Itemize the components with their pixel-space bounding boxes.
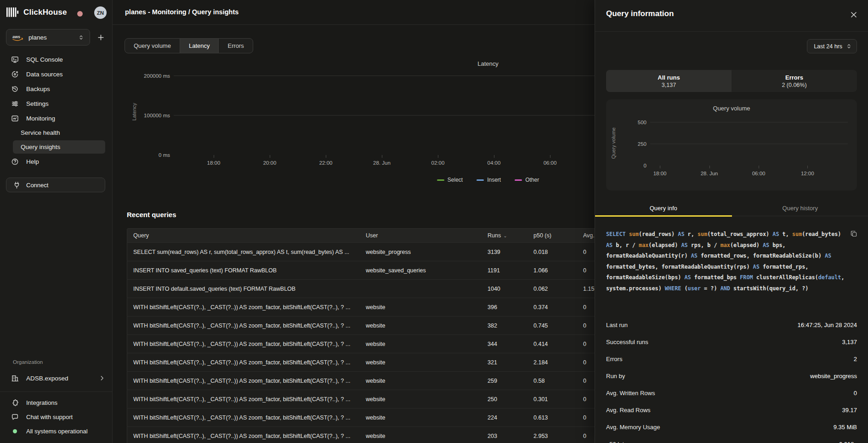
sql-line: AS b, r / max(elapsed) AS rps, b / max(e… (606, 240, 857, 251)
sidebar-item-service-health[interactable]: Service health (0, 126, 113, 140)
y-axis-label: 250 (638, 141, 647, 147)
detail-row: p50 latency0.018s (606, 436, 857, 443)
sidebar-item-data-sources[interactable]: Data sources (0, 67, 113, 81)
avatar[interactable]: ZN (94, 6, 107, 19)
status-dot-icon (11, 429, 19, 433)
connect-button[interactable]: Connect (6, 178, 105, 192)
detail-value: 39.17 (842, 407, 857, 414)
detail-value: 9.35 MiB (834, 424, 857, 431)
time-range-select[interactable]: Last 24 hrs (807, 39, 857, 53)
user-cell: website (366, 322, 488, 329)
p50-cell: 0.301 (533, 396, 583, 403)
detail-label: Successful runs (606, 339, 648, 345)
stat-tabs: All runs 3,137 Errors 2 (0.06%) (606, 70, 857, 92)
runs-cell: 250 (488, 396, 533, 403)
legend-item-select[interactable]: Select (437, 177, 463, 183)
system-status[interactable]: All systems operational (0, 424, 113, 438)
detail-value: 2 (854, 356, 857, 362)
y-axis-label: 200000 ms (144, 73, 170, 79)
all-runs-count: 3,137 (662, 82, 676, 88)
sidebar-item-backups[interactable]: Backups (0, 81, 113, 96)
service-selector[interactable]: aws planes (6, 29, 90, 46)
y-axis-label: 500 (638, 120, 647, 125)
legend-label: Insert (487, 177, 501, 183)
tab-latency[interactable]: Latency (180, 39, 219, 53)
p50-cell: 0.745 (533, 322, 583, 329)
query-cell: WITH bitShiftLeft(CAST(?..), _CAST(?..))… (127, 359, 366, 366)
runs-cell: 321 (488, 359, 533, 366)
chevron-updown-icon (78, 35, 84, 40)
footer-item-label: Integrations (26, 399, 57, 406)
query-cell: SELECT sum(read_rows) AS r, sum(total_ro… (127, 249, 366, 255)
tab-errors[interactable]: Errors (218, 39, 252, 53)
sidebar-item-monitoring[interactable]: Monitoring (0, 111, 113, 126)
close-icon[interactable] (850, 11, 858, 19)
page-title: planes - Monitoring / Query insights (125, 8, 238, 16)
y-axis-label: 0 (644, 163, 647, 168)
user-cell: website (366, 304, 488, 311)
sidebar-item-sql-console[interactable]: SQL Console (0, 52, 113, 67)
tab-query-history[interactable]: Query history (732, 201, 868, 216)
backups-icon (11, 85, 19, 93)
detail-row: Avg. Written Rows0 (606, 385, 857, 402)
monitoring-icon (11, 115, 19, 122)
x-axis-label: 28. Jun (373, 160, 391, 166)
tab-query-volume[interactable]: Query volume (125, 39, 180, 53)
chevron-right-icon (99, 375, 105, 381)
sidebar-item-chat-support[interactable]: Chat with support (0, 410, 113, 424)
query-cell: WITH bitShiftLeft(CAST(?..), _CAST(?..))… (127, 341, 366, 347)
status-label: All systems operational (26, 428, 88, 435)
legend-item-insert[interactable]: Insert (477, 177, 501, 183)
plus-icon (97, 34, 105, 41)
x-axis-label: 22:00 (319, 160, 333, 166)
panel-title: Query information (606, 9, 674, 18)
column-header-p50[interactable]: p50 (s) (533, 232, 583, 239)
footer-item-label: Chat with support (26, 414, 73, 420)
sidebar-item-label: Query insights (21, 144, 60, 150)
detail-row: Errors2 (606, 351, 857, 368)
brand[interactable]: ClickHouse (6, 6, 67, 18)
detail-label: Run by (606, 373, 625, 380)
detail-value: 3,137 (842, 339, 857, 345)
p50-cell: 0.58 (533, 378, 583, 384)
sidebar-item-label: Service health (21, 129, 60, 136)
clickhouse-logo-icon (6, 6, 19, 18)
legend-swatch-icon (477, 179, 484, 181)
tab-query-info[interactable]: Query info (595, 201, 732, 216)
column-header-query[interactable]: Query (127, 232, 366, 239)
organization-switcher[interactable]: ADSB.exposed (0, 370, 113, 386)
time-range-value: Last 24 hrs (814, 43, 842, 50)
user-cell: website (366, 341, 488, 347)
sidebar-item-integrations[interactable]: Integrations (0, 396, 113, 410)
runs-cell: 396 (488, 304, 533, 311)
user-cell: website (366, 359, 488, 366)
runs-cell: 382 (488, 322, 533, 329)
sidebar-item-settings[interactable]: Settings (0, 96, 113, 111)
user-cell: website (366, 378, 488, 384)
runs-cell: 259 (488, 378, 533, 384)
detail-value: 0.018s (839, 441, 857, 443)
user-cell: website_saved_queries (366, 267, 488, 274)
add-service-button[interactable] (95, 31, 107, 43)
sql-line: formatReadableQuantity(r) AS formatted_r… (606, 251, 857, 262)
x-axis-label: 12:00 (801, 171, 814, 176)
p50-cell: 0.374 (533, 304, 583, 311)
p50-cell: 0.613 (533, 414, 583, 421)
service-name: planes (28, 34, 74, 41)
p50-cell: 0.018 (533, 249, 583, 255)
legend-item-other[interactable]: Other (515, 177, 539, 183)
sidebar-item-help[interactable]: Help (0, 154, 113, 169)
svg-text:aws: aws (12, 35, 20, 39)
x-axis-label: 02:00 (431, 160, 445, 166)
detail-label: Avg. Read Rows (606, 407, 651, 414)
tab-errors-stat[interactable]: Errors 2 (0.06%) (732, 70, 857, 92)
detail-row: Avg. Memory Usage9.35 MiB (606, 419, 857, 436)
detail-value: 0 (854, 390, 857, 397)
copy-icon[interactable] (850, 230, 857, 237)
p50-cell: 0.062 (533, 286, 583, 292)
sidebar-item-query-insights[interactable]: Query insights (13, 140, 105, 154)
column-header-user[interactable]: User (366, 232, 488, 239)
plug-icon (13, 181, 21, 189)
column-header-runs[interactable]: Runs⌄ (488, 232, 533, 239)
tab-all-runs[interactable]: All runs 3,137 (606, 70, 732, 92)
